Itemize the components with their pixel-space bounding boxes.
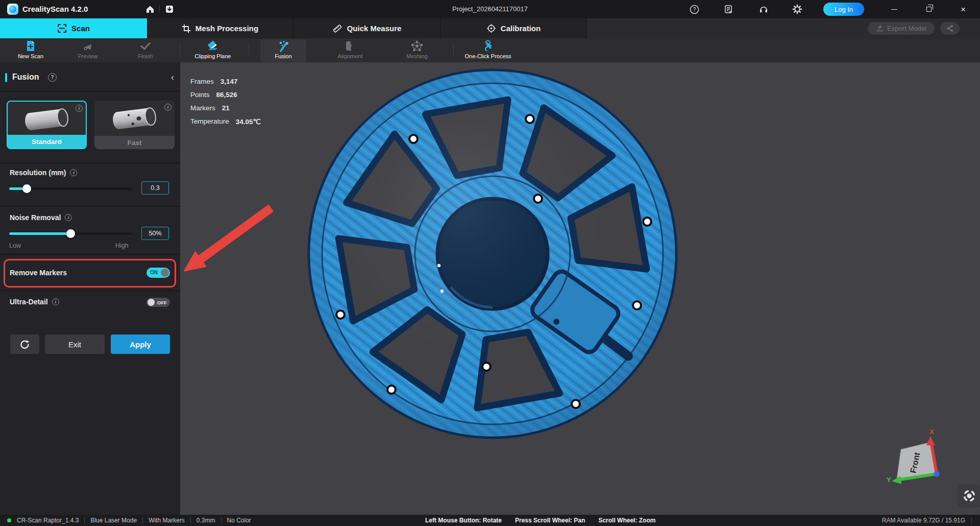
feedback-notes-icon[interactable] [723, 4, 733, 14]
noise-slider-fill [9, 232, 70, 235]
mesh-processing-icon [182, 24, 191, 33]
noise-slider[interactable] [9, 232, 132, 235]
reset-refresh-button[interactable] [10, 334, 39, 354]
fit-view-button[interactable] [958, 484, 980, 508]
device-name: CR-Scan Raptor_1.4.3 [17, 517, 79, 524]
panel-header: Fusion ‹ [0, 70, 180, 86]
mode-card-standard[interactable]: Standard [7, 101, 87, 149]
tool-new-scan[interactable]: New Scan [8, 39, 54, 62]
noise-label-row: Noise Removal [10, 213, 72, 222]
tool-preview[interactable]: Preview [65, 39, 111, 62]
marker-mode: With Markers [149, 517, 185, 524]
share-button[interactable] [940, 22, 960, 35]
new-scan-icon [26, 39, 36, 53]
tab-quick-measure[interactable]: Quick Measure [293, 18, 440, 38]
gizmo-y-label: Y [887, 476, 891, 484]
apply-button[interactable]: Apply [111, 334, 170, 354]
app-window: CrealityScan 4.2.0 Project_2026042117001… [0, 0, 980, 526]
device-connected-dot [7, 518, 11, 522]
export-icon [876, 25, 884, 32]
noise-low-label: Low [9, 242, 21, 249]
help-icon[interactable]: ? [689, 4, 699, 14]
panel-title: Fusion [12, 73, 39, 82]
resolution-value-input[interactable]: 0.3 [141, 181, 169, 195]
ultra-detail-info-icon[interactable] [52, 298, 59, 305]
close-button[interactable]: × [953, 0, 973, 18]
divider [0, 254, 180, 255]
alignment-icon [344, 39, 356, 53]
fit-view-icon [963, 489, 976, 503]
remove-markers-label: Remove Markers [10, 269, 67, 277]
meshing-icon [410, 39, 424, 53]
tool-alignment[interactable]: Alignment [327, 39, 373, 62]
refresh-icon [19, 339, 30, 350]
fast-label: Fast [94, 136, 175, 149]
mode-card-fast[interactable]: Fast [94, 101, 175, 149]
stat-markers: Markers21 [190, 104, 261, 112]
toggle-thumb [148, 299, 155, 306]
login-button[interactable]: Log In [823, 3, 864, 16]
tool-finish[interactable]: Finish [122, 39, 168, 62]
tool-fusion[interactable]: Fusion [260, 39, 306, 62]
tab-scan[interactable]: Scan [0, 18, 147, 38]
toolbar-separator [180, 43, 180, 57]
noise-value-input[interactable]: 50% [141, 227, 169, 240]
resolution-slider[interactable] [9, 187, 132, 190]
toolbar-separator [249, 43, 249, 57]
3d-viewport[interactable]: Frames3,147 Points86,526 Markers21 Tempe… [180, 62, 980, 515]
orientation-gizmo[interactable]: Front X Y [886, 429, 952, 500]
noise-high-label: High [115, 242, 129, 249]
standard-label: Standard [8, 135, 86, 148]
scan-toolbar: New Scan Preview Finish [0, 38, 980, 62]
resolution-slider-thumb[interactable] [22, 184, 31, 193]
ultra-detail-toggle[interactable]: OFF [146, 298, 170, 307]
collapse-panel-icon[interactable]: ‹ [171, 72, 174, 83]
export-model-button[interactable]: Export Model [868, 22, 935, 35]
noise-info-icon[interactable] [65, 214, 72, 221]
remove-markers-toggle[interactable]: ON [146, 268, 170, 278]
tool-clipping-plane[interactable]: Clipping Plane [190, 39, 236, 62]
standard-cylinder-image [8, 102, 86, 137]
divider [0, 162, 180, 163]
one-click-process-icon [482, 39, 494, 53]
scan-stats: Frames3,147 Points86,526 Markers21 Tempe… [190, 78, 261, 131]
color-mode: No Color [227, 517, 251, 524]
fast-info-icon[interactable] [164, 104, 172, 111]
tab-mesh-processing[interactable]: Mesh Processing [147, 18, 293, 38]
share-icon [946, 25, 954, 32]
quick-measure-icon [332, 23, 342, 34]
finish-check-icon [139, 39, 152, 53]
clipping-plane-icon [206, 39, 219, 53]
settings-gear-icon[interactable] [792, 4, 802, 14]
statusbar: CR-Scan Raptor_1.4.3 Blue Laser Mode Wit… [0, 515, 980, 526]
titlebar: CrealityScan 4.2.0 Project_2026042117001… [0, 0, 980, 18]
stat-points: Points86,526 [190, 91, 261, 99]
scan-model-spool [180, 62, 980, 515]
statusbar-device-info: CR-Scan Raptor_1.4.3 Blue Laser Mode Wit… [7, 515, 251, 526]
minimize-button[interactable] [884, 0, 904, 18]
gizmo-x-label: X [929, 429, 934, 436]
tool-meshing[interactable]: Meshing [394, 39, 440, 62]
standard-info-icon[interactable] [76, 105, 83, 112]
fusion-panel: Fusion ‹ Standard [0, 62, 180, 515]
main-tabbar: Scan Mesh Processing Quick Measure [0, 18, 980, 38]
restore-button[interactable] [919, 0, 939, 18]
exit-button[interactable]: Exit [45, 334, 105, 354]
scan-icon [57, 23, 67, 33]
stat-temperature: Temperature34.05℃ [190, 117, 261, 126]
resolution-info-icon[interactable] [70, 169, 77, 176]
resolution-mode: 0.3mm [197, 517, 215, 524]
resolution-label-row: Resolution (mm) [10, 169, 77, 177]
noise-slider-thumb[interactable] [66, 229, 75, 238]
ram-indicator: RAM Available 9.72G / 15.91G [882, 515, 972, 526]
calibration-icon [486, 23, 496, 33]
tool-one-click-process[interactable]: One-Click Process [458, 39, 518, 62]
preview-icon [82, 39, 94, 53]
fusion-help-icon[interactable] [48, 73, 57, 82]
divider [0, 91, 180, 92]
laser-mode: Blue Laser Mode [90, 517, 137, 524]
toolbar-separator [453, 43, 454, 57]
tab-calibration[interactable]: Calibration [440, 18, 587, 38]
divider [0, 290, 180, 291]
support-headset-icon[interactable] [758, 4, 769, 14]
